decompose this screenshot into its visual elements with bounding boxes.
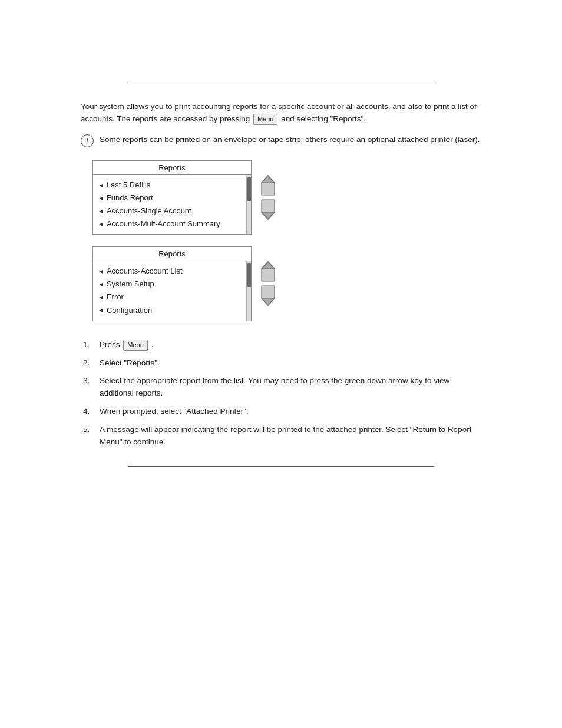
step-num-1: 1.: [83, 339, 95, 351]
list-item: Accounts-Mult-Account Summary: [98, 218, 242, 230]
info-icon: i: [81, 134, 94, 147]
menu1-items-wrap: Last 5 Refills Funds Report Accounts-Sin…: [93, 175, 251, 234]
menu2-box: Reports Accounts-Account List System Set…: [92, 246, 252, 321]
menu2-items-wrap: Accounts-Account List System Setup Error…: [93, 261, 251, 320]
step-text-2: Select "Reports".: [100, 357, 160, 370]
intro-paragraph: Your system allows you to print accounti…: [81, 101, 481, 126]
page-container: Your system allows you to print accounti…: [0, 83, 562, 728]
list-item: Configuration: [98, 304, 242, 317]
menu1-with-arrows: Reports Last 5 Refills Funds Report Acco…: [92, 160, 481, 235]
arrow-buttons-2: [260, 261, 276, 307]
menu2-with-arrows: Reports Accounts-Account List System Set…: [92, 246, 481, 321]
menu-btn-step: Menu: [123, 340, 148, 351]
steps-list: 1. Press Menu . 2. Select "Reports". 3. …: [83, 339, 481, 449]
content-area: Your system allows you to print accounti…: [81, 83, 481, 449]
step-num-2: 2.: [83, 357, 95, 370]
bottom-rule: [128, 466, 434, 467]
list-item: Error: [98, 291, 242, 304]
up-arrow-button[interactable]: [260, 174, 276, 196]
steps-section: 1. Press Menu . 2. Select "Reports". 3. …: [81, 339, 481, 449]
menu2-title: Reports: [93, 247, 251, 261]
scrollbar-thumb-2: [247, 263, 251, 287]
step-text-5: A message will appear indicating the rep…: [100, 424, 481, 449]
down-arrow-button[interactable]: [260, 199, 276, 220]
step-num-5: 5.: [83, 424, 95, 449]
list-item: Accounts-Account List: [98, 265, 242, 278]
list-item: System Setup: [98, 278, 242, 291]
step-text-3: Select the appropriate report from the l…: [100, 375, 481, 400]
menu1-box: Reports Last 5 Refills Funds Report Acco…: [92, 160, 252, 235]
scrollbar-track-2[interactable]: [246, 261, 251, 320]
step-text-4: When prompted, select "Attached Printer"…: [100, 406, 249, 418]
menu1-items: Last 5 Refills Funds Report Accounts-Sin…: [93, 175, 246, 234]
up-arrow-button-2[interactable]: [260, 261, 276, 282]
arrow-buttons-1: [260, 174, 276, 220]
menu-button-inline: Menu: [253, 114, 278, 125]
menu1-title: Reports: [93, 161, 251, 175]
step-2: 2. Select "Reports".: [83, 357, 481, 370]
menus-row: Reports Last 5 Refills Funds Report Acco…: [92, 160, 481, 321]
step-num-3: 3.: [83, 375, 95, 400]
list-item: Accounts-Single Account: [98, 205, 242, 218]
step-num-4: 4.: [83, 406, 95, 418]
step-4: 4. When prompted, select "Attached Print…: [83, 406, 481, 418]
scrollbar-thumb: [247, 177, 251, 201]
info-block: i Some reports can be printed on an enve…: [81, 134, 481, 147]
step-3: 3. Select the appropriate report from th…: [83, 375, 481, 400]
list-item: Last 5 Refills: [98, 179, 242, 192]
list-item: Funds Report: [98, 192, 242, 205]
menu2-items: Accounts-Account List System Setup Error…: [93, 261, 246, 320]
info-note: Some reports can be printed on an envelo…: [100, 134, 480, 146]
step-1: 1. Press Menu .: [83, 339, 481, 351]
down-arrow-button-2[interactable]: [260, 285, 276, 307]
step-text-1: Press Menu .: [100, 339, 153, 351]
scrollbar-track[interactable]: [246, 175, 251, 234]
step-5: 5. A message will appear indicating the …: [83, 424, 481, 449]
